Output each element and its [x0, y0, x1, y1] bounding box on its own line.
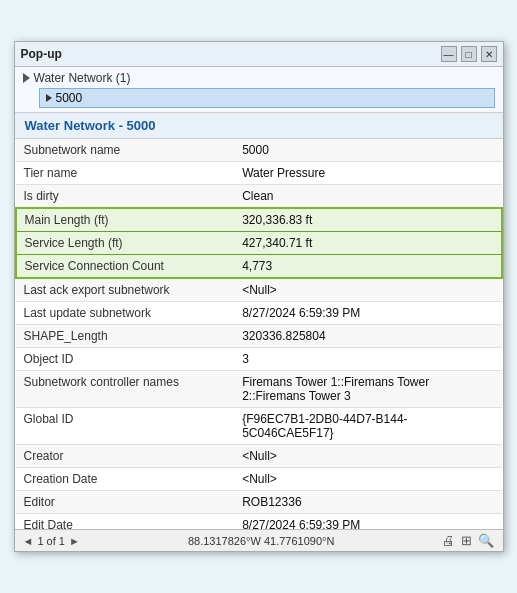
field-value: Firemans Tower 1::Firemans Tower 2::Fire…: [234, 371, 501, 408]
table-row: Tier nameWater Pressure: [16, 162, 502, 185]
row-expand-icon: [46, 94, 52, 102]
field-value: 427,340.71 ft: [234, 232, 501, 255]
field-value: 8/27/2024 6:59:39 PM: [234, 514, 501, 530]
field-value: Clean: [234, 185, 501, 209]
table-row: Main Length (ft)320,336.83 ft: [16, 208, 502, 232]
tree-selected-label: 5000: [56, 91, 83, 105]
table-row: Global ID{F96EC7B1-2DB0-44D7-B144-5C046C…: [16, 408, 502, 445]
field-label: Subnetwork controller names: [16, 371, 235, 408]
table-row: SHAPE_Length320336.825804: [16, 325, 502, 348]
table-row: Last ack export subnetwork<Null>: [16, 278, 502, 302]
field-label: Object ID: [16, 348, 235, 371]
field-value: {F96EC7B1-2DB0-44D7-B144-5C046CAE5F17}: [234, 408, 501, 445]
popup-window: Pop-up — □ ✕ Water Network (1) 5000 Wate…: [14, 41, 504, 552]
table-row: Last update subnetwork8/27/2024 6:59:39 …: [16, 302, 502, 325]
field-label: Last update subnetwork: [16, 302, 235, 325]
field-label: Last ack export subnetwork: [16, 278, 235, 302]
table-row: Creator<Null>: [16, 445, 502, 468]
field-value: 4,773: [234, 255, 501, 279]
field-label: Creator: [16, 445, 235, 468]
field-value: <Null>: [234, 278, 501, 302]
tree-expand-icon[interactable]: [23, 73, 30, 83]
table-row: Subnetwork name5000: [16, 139, 502, 162]
tree-group: Water Network (1): [23, 71, 495, 85]
pagination-nav: ◄ 1 of 1 ►: [23, 535, 80, 547]
minimize-button[interactable]: —: [441, 46, 457, 62]
restore-button[interactable]: □: [461, 46, 477, 62]
field-label: Tier name: [16, 162, 235, 185]
field-value: 320,336.83 ft: [234, 208, 501, 232]
field-label: Is dirty: [16, 185, 235, 209]
tree-section: Water Network (1) 5000: [15, 67, 503, 113]
table-row: Is dirtyClean: [16, 185, 502, 209]
table-row: Service Length (ft)427,340.71 ft: [16, 232, 502, 255]
table-row: Edit Date8/27/2024 6:59:39 PM: [16, 514, 502, 530]
footer-bar: ◄ 1 of 1 ► 88.1317826°W 41.7761090°N 🖨 ⊞…: [15, 529, 503, 551]
print-icon[interactable]: 🖨: [442, 533, 455, 548]
field-label: Global ID: [16, 408, 235, 445]
next-button[interactable]: ►: [69, 535, 80, 547]
footer-action-icons: 🖨 ⊞ 🔍: [442, 533, 494, 548]
tree-selected-item[interactable]: 5000: [39, 88, 495, 108]
section-header: Water Network - 5000: [15, 113, 503, 139]
search-icon[interactable]: 🔍: [478, 533, 494, 548]
data-table: Subnetwork name5000Tier nameWater Pressu…: [15, 139, 503, 529]
window-title: Pop-up: [21, 47, 62, 61]
field-label: Editor: [16, 491, 235, 514]
field-label: SHAPE_Length: [16, 325, 235, 348]
field-value: Water Pressure: [234, 162, 501, 185]
table-row: Object ID3: [16, 348, 502, 371]
close-button[interactable]: ✕: [481, 46, 497, 62]
field-label: Subnetwork name: [16, 139, 235, 162]
table-row: Creation Date<Null>: [16, 468, 502, 491]
coordinates-display: 88.1317826°W 41.7761090°N: [188, 535, 334, 547]
tree-group-label: Water Network (1): [34, 71, 131, 85]
title-bar-controls: — □ ✕: [441, 46, 497, 62]
field-label: Main Length (ft): [16, 208, 235, 232]
field-value: 8/27/2024 6:59:39 PM: [234, 302, 501, 325]
field-label: Creation Date: [16, 468, 235, 491]
data-table-container[interactable]: Subnetwork name5000Tier nameWater Pressu…: [15, 139, 503, 529]
field-value: <Null>: [234, 468, 501, 491]
field-value: 320336.825804: [234, 325, 501, 348]
field-value: ROB12336: [234, 491, 501, 514]
field-value: <Null>: [234, 445, 501, 468]
title-bar: Pop-up — □ ✕: [15, 42, 503, 67]
field-label: Service Connection Count: [16, 255, 235, 279]
table-row: Service Connection Count4,773: [16, 255, 502, 279]
export-icon[interactable]: ⊞: [461, 533, 472, 548]
table-row: EditorROB12336: [16, 491, 502, 514]
field-value: 5000: [234, 139, 501, 162]
prev-button[interactable]: ◄: [23, 535, 34, 547]
table-row: Subnetwork controller namesFiremans Towe…: [16, 371, 502, 408]
pagination-label: 1 of 1: [37, 535, 65, 547]
field-label: Edit Date: [16, 514, 235, 530]
field-value: 3: [234, 348, 501, 371]
field-label: Service Length (ft): [16, 232, 235, 255]
